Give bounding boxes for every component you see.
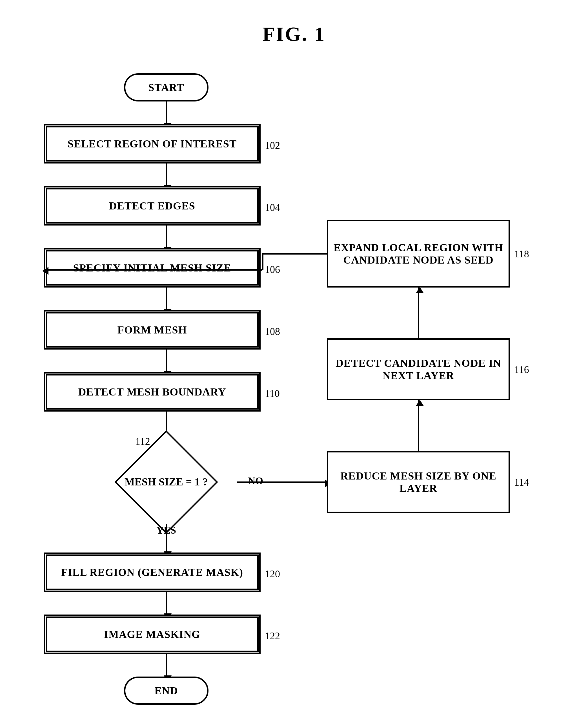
arrow-no-h (237, 482, 327, 483)
ref-116: 116 (514, 364, 529, 376)
arrowhead-116-118 (416, 287, 424, 293)
arrow-116-118 (418, 287, 419, 338)
end-node: END (124, 676, 209, 705)
node-118-label: EXPAND LOCAL REGION WITH CANDIDATE NODE … (328, 241, 508, 266)
arrowhead-118-106 (42, 267, 48, 275)
ref-110: 110 (265, 388, 280, 400)
ref-114: 114 (514, 477, 529, 488)
start-node: START (124, 73, 209, 101)
node-114-label: REDUCE MESH SIZE BY ONE LAYER (328, 470, 508, 494)
ref-118: 118 (514, 248, 529, 260)
arrowhead-114-116 (416, 400, 424, 406)
arrow-106-108 (166, 287, 167, 310)
node-112-label: MESH SIZE = 1 ? (125, 476, 208, 488)
node-106: SPECIFY INITIAL MESH SIZE (44, 248, 260, 287)
node-104: DETECT EDGES (44, 186, 260, 225)
arrow-start-102 (166, 101, 167, 124)
arrow-112-120 (166, 524, 167, 552)
node-120: FILL REGION (GENERATE MASK) (44, 552, 260, 592)
arrow-104-106 (166, 225, 167, 248)
no-label: NO (248, 475, 263, 487)
ref-108: 108 (265, 326, 280, 338)
arrow-118-106-hlong (48, 269, 262, 270)
node-108-label: FORM MESH (118, 324, 187, 336)
node-110: DETECT MESH BOUNDARY (44, 372, 260, 411)
ref-106: 106 (265, 264, 280, 276)
node-116-label: DETECT CANDIDATE NODE IN NEXT LAYER (328, 357, 508, 382)
arrow-118-106-vup (262, 254, 264, 270)
node-122-label: IMAGE MASKING (104, 628, 200, 641)
node-114: REDUCE MESH SIZE BY ONE LAYER (327, 451, 510, 513)
arrow-118-106-h (262, 253, 327, 255)
node-110-label: DETECT MESH BOUNDARY (78, 386, 226, 398)
page-title: FIG. 1 (0, 0, 588, 46)
ref-102: 102 (265, 140, 280, 152)
node-102: SELECT REGION OF INTEREST (44, 124, 260, 163)
arrow-122-end (166, 654, 167, 676)
node-106-label: SPECIFY INITIAL MESH SIZE (73, 262, 231, 274)
start-label: START (148, 81, 184, 94)
arrow-102-104 (166, 163, 167, 186)
node-116: DETECT CANDIDATE NODE IN NEXT LAYER (327, 338, 510, 400)
node-118: EXPAND LOCAL REGION WITH CANDIDATE NODE … (327, 220, 510, 287)
node-108: FORM MESH (44, 310, 260, 349)
ref-112: 112 (135, 436, 150, 447)
arrow-108-110 (166, 349, 167, 372)
ref-104: 104 (265, 202, 280, 214)
ref-120: 120 (265, 568, 280, 580)
node-102-label: SELECT REGION OF INTEREST (68, 138, 237, 150)
node-122: IMAGE MASKING (44, 614, 260, 654)
node-120-label: FILL REGION (GENERATE MASK) (61, 566, 243, 579)
node-112-wrapper: MESH SIZE = 1 ? (96, 440, 237, 524)
arrow-120-122 (166, 592, 167, 614)
node-104-label: DETECT EDGES (109, 200, 195, 212)
arrow-114-116 (418, 400, 419, 451)
end-label: END (154, 684, 178, 697)
flowchart: START SELECT REGION OF INTEREST 102 DETE… (0, 51, 588, 727)
ref-122: 122 (265, 630, 280, 642)
